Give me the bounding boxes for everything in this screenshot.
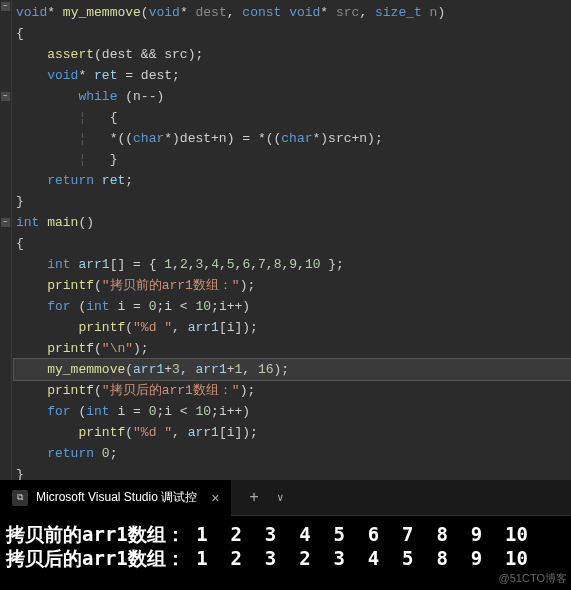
terminal-tab[interactable]: ⧉ Microsoft Visual Studio 调试控 × xyxy=(0,480,231,516)
terminal-icon: ⧉ xyxy=(12,490,28,506)
code-line-highlighted[interactable]: my_memmove(arr1+3, arr1+1, 16); xyxy=(14,359,571,380)
code-line[interactable]: ¦ } xyxy=(14,149,571,170)
code-line[interactable]: return ret; xyxy=(14,170,571,191)
code-line[interactable]: { xyxy=(14,233,571,254)
code-line[interactable]: printf("拷贝前的arr1数组："); xyxy=(14,275,571,296)
code-line[interactable]: while (n--) xyxy=(14,86,571,107)
fold-marker-icon[interactable]: − xyxy=(1,2,10,11)
code-line[interactable]: ¦ { xyxy=(14,107,571,128)
code-editor[interactable]: − − − void* my_memmove(void* dest, const… xyxy=(0,0,571,480)
new-tab-button[interactable]: + xyxy=(249,489,259,507)
fold-marker-icon[interactable]: − xyxy=(1,218,10,227)
code-line[interactable]: printf("%d ", arr1[i]); xyxy=(14,422,571,443)
code-line[interactable]: void* my_memmove(void* dest, const void*… xyxy=(14,2,571,23)
gutter: − − − xyxy=(0,0,12,480)
code-line[interactable]: assert(dest && src); xyxy=(14,44,571,65)
code-line[interactable]: return 0; xyxy=(14,443,571,464)
console-output[interactable]: 拷贝前的arr1数组： 1 2 3 4 5 6 7 8 9 10 拷贝后的arr… xyxy=(0,516,571,576)
code-line[interactable]: void* ret = dest; xyxy=(14,65,571,86)
watermark: @51CTO博客 xyxy=(499,571,567,586)
code-line[interactable]: } xyxy=(14,191,571,212)
code-line[interactable]: { xyxy=(14,23,571,44)
code-line[interactable]: printf("\n"); xyxy=(14,338,571,359)
code-line[interactable]: int main() xyxy=(14,212,571,233)
close-icon[interactable]: × xyxy=(211,490,219,506)
code-line[interactable]: printf("拷贝后的arr1数组："); xyxy=(14,380,571,401)
fold-marker-icon[interactable]: − xyxy=(1,92,10,101)
code-line[interactable]: ¦ *((char*)dest+n) = *((char*)src+n); xyxy=(14,128,571,149)
tab-actions: + ∨ xyxy=(231,489,283,507)
code-line[interactable]: for (int i = 0;i < 10;i++) xyxy=(14,401,571,422)
code-line[interactable]: int arr1[] = { 1,2,3,4,5,6,7,8,9,10 }; xyxy=(14,254,571,275)
tab-title: Microsoft Visual Studio 调试控 xyxy=(36,489,197,506)
tab-bar: ⧉ Microsoft Visual Studio 调试控 × + ∨ xyxy=(0,480,571,516)
code-content[interactable]: void* my_memmove(void* dest, const void*… xyxy=(14,2,571,485)
chevron-down-icon[interactable]: ∨ xyxy=(277,491,284,504)
code-line[interactable]: for (int i = 0;i < 10;i++) xyxy=(14,296,571,317)
code-line[interactable]: printf("%d ", arr1[i]); xyxy=(14,317,571,338)
terminal-panel: ⧉ Microsoft Visual Studio 调试控 × + ∨ 拷贝前的… xyxy=(0,480,571,590)
